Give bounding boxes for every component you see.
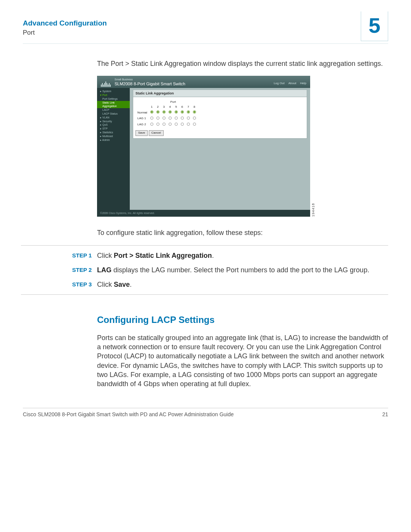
- port-header: Port: [149, 100, 197, 104]
- nav-static-link-aggregation[interactable]: Static Link Aggregation: [97, 101, 130, 109]
- chapter-number-box: 5: [361, 11, 388, 41]
- screenshot-link-logout[interactable]: Log Out: [274, 81, 284, 86]
- step-1-body: Click Port > Static Link Aggregation.: [97, 251, 388, 260]
- nav-statistics[interactable]: ▸ Statistics: [97, 131, 130, 134]
- step-2-body: LAG displays the LAG number. Select the …: [97, 265, 388, 275]
- radio-normal-6[interactable]: [181, 110, 184, 113]
- steps-bottom-rule: [21, 294, 388, 295]
- screenshot-save-button[interactable]: Save: [135, 130, 148, 136]
- radio-lag1-7[interactable]: [187, 117, 190, 120]
- nav-stp[interactable]: ▸ STP: [97, 127, 130, 131]
- screenshot-brand-title: SLM2008 8-Port Gigabit Smart Switch: [115, 81, 185, 87]
- radio-lag2-8[interactable]: [193, 123, 196, 126]
- steps-top-rule: [21, 245, 388, 246]
- header-rule: [23, 43, 388, 44]
- screenshot-nav: ▸ System ▾ Port Port Settings Static Lin…: [97, 88, 130, 210]
- row-normal: Normal: [136, 110, 197, 115]
- footer-page-number: 21: [382, 411, 388, 417]
- radio-normal-8[interactable]: [193, 110, 196, 113]
- screenshot-link-help[interactable]: Help: [300, 81, 306, 86]
- radio-normal-3[interactable]: [162, 110, 166, 113]
- screenshot-static-link-aggregation: Small Business SLM2008 8-Port Gigabit Sm…: [97, 76, 310, 217]
- step-1: STEP 1 Click Port > Static Link Aggregat…: [97, 251, 388, 260]
- radio-lag2-3[interactable]: [162, 123, 166, 126]
- nav-port[interactable]: ▾ Port: [97, 93, 130, 97]
- nav-security[interactable]: ▸ Security: [97, 120, 130, 123]
- radio-lag1-2[interactable]: [156, 117, 159, 120]
- radio-lag2-7[interactable]: [187, 123, 190, 126]
- screenshot-copyright: ©2009 Cisco Systems, Inc. All rights res…: [97, 210, 310, 217]
- radio-lag1-3[interactable]: [162, 117, 166, 120]
- row-lag1: LAG 1: [136, 116, 197, 121]
- step-3-label: STEP 3: [67, 280, 92, 289]
- page-header-title: Advanced Configuration: [23, 19, 107, 27]
- screenshot-brand-small: Small Business: [115, 78, 185, 81]
- radio-normal-1[interactable]: [150, 110, 153, 113]
- radio-lag1-1[interactable]: [150, 117, 153, 120]
- radio-normal-4[interactable]: [169, 110, 172, 113]
- radio-lag1-5[interactable]: [175, 117, 178, 120]
- footer-rule: [23, 408, 388, 408]
- radio-lag2-5[interactable]: [175, 123, 178, 126]
- radio-lag2-1[interactable]: [150, 123, 153, 126]
- step-2: STEP 2 LAG displays the LAG number. Sele…: [97, 265, 388, 275]
- radio-lag2-4[interactable]: [169, 123, 172, 126]
- screenshot-ref-number: 194418: [311, 203, 315, 217]
- nav-port-settings[interactable]: Port Settings: [97, 97, 130, 101]
- screenshot-link-about[interactable]: About: [288, 81, 296, 86]
- step-2-label: STEP 2: [67, 265, 92, 275]
- page-header-subtitle: Port: [23, 29, 107, 37]
- radio-lag1-4[interactable]: [169, 117, 172, 120]
- nav-lacp-status[interactable]: LACP Status: [97, 112, 130, 116]
- step-3-body: Click Save.: [97, 280, 388, 289]
- footer-doc-title: Cisco SLM2008 8-Port Gigabit Smart Switc…: [23, 411, 234, 417]
- port-table: Port 1 2 3 4 5 6 7 8: [135, 99, 198, 128]
- radio-lag2-2[interactable]: [156, 123, 159, 126]
- radio-lag2-6[interactable]: [181, 123, 184, 126]
- cisco-logo-icon: [101, 81, 111, 87]
- step-1-label: STEP 1: [67, 251, 92, 260]
- step-3: STEP 3 Click Save.: [97, 280, 388, 289]
- chapter-number: 5: [368, 13, 380, 38]
- after-shot-paragraph: To configure static link aggregation, fo…: [97, 228, 388, 237]
- radio-normal-2[interactable]: [156, 110, 159, 113]
- radio-normal-5[interactable]: [175, 110, 178, 113]
- nav-lacp[interactable]: LACP: [97, 108, 130, 112]
- section-lacp-body: Ports can be statically grouped into an …: [97, 333, 388, 389]
- nav-qos[interactable]: ▸ QoS: [97, 123, 130, 127]
- nav-system[interactable]: ▸ System: [97, 89, 130, 93]
- section-lacp-title: Configuring LACP Settings: [97, 314, 388, 326]
- row-lag2: LAG 2: [136, 122, 197, 128]
- radio-lag1-8[interactable]: [193, 117, 196, 120]
- nav-vlan[interactable]: ▸ VLAN: [97, 116, 130, 120]
- radio-normal-7[interactable]: [187, 110, 190, 113]
- screenshot-cancel-button[interactable]: Cancel: [149, 130, 164, 136]
- intro-paragraph: The Port > Static Link Aggregation windo…: [97, 59, 388, 68]
- screenshot-panel-title: Static Link Aggregation: [133, 89, 307, 97]
- nav-multicast[interactable]: ▸ Multicast: [97, 134, 130, 138]
- radio-lag1-6[interactable]: [181, 117, 184, 120]
- nav-admin[interactable]: ▸ Admin: [97, 138, 130, 142]
